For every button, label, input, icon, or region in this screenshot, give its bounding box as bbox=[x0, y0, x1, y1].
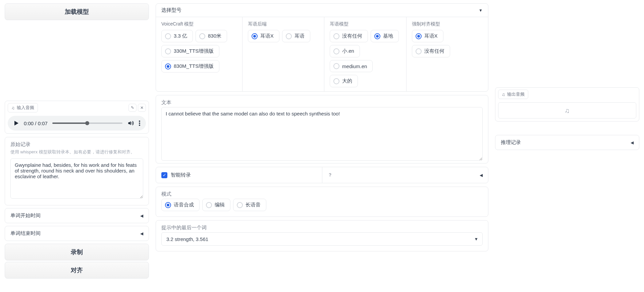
output-audio-label: 输出音频 bbox=[507, 91, 525, 97]
voicecraft-label: VoiceCraft 模型 bbox=[161, 21, 237, 27]
inference-record-row[interactable]: 推理记录 ◀ bbox=[495, 135, 639, 150]
radio-label: 大的 bbox=[342, 78, 352, 84]
radio-option[interactable]: 没有任何 bbox=[330, 30, 368, 42]
whisper-model-col: 耳语模型 没有任何基地小.enmedium.en大的 bbox=[324, 17, 406, 91]
radio-icon bbox=[333, 78, 339, 84]
radio-label: 330M_TTS增强版 bbox=[174, 48, 214, 54]
text-panel: 文本 bbox=[156, 95, 488, 163]
check-icon: ✓ bbox=[161, 172, 167, 178]
help-label: ？ bbox=[328, 172, 332, 178]
input-audio-label: 输入音频 bbox=[17, 105, 34, 111]
caret-left-icon: ◀ bbox=[480, 173, 483, 178]
edit-audio-button[interactable]: ✎ bbox=[128, 104, 137, 112]
load-model-button[interactable]: 加载模型 bbox=[5, 3, 149, 20]
radio-option[interactable]: 330M_TTS增强版 bbox=[161, 45, 219, 57]
radio-icon bbox=[333, 63, 339, 69]
word-start-time-row[interactable]: 单词开始时间 ◀ bbox=[5, 208, 149, 223]
radio-option[interactable]: 3.3 亿 bbox=[161, 30, 193, 42]
caret-left-icon: ◀ bbox=[140, 231, 143, 236]
volume-button[interactable] bbox=[127, 120, 134, 127]
audio-progress[interactable] bbox=[52, 123, 122, 124]
mode-panel: 模式 语音合成编辑长语音 bbox=[156, 187, 488, 217]
last-word-value: 3.2 strength, 3.561 bbox=[166, 236, 208, 242]
radio-option[interactable]: 语音合成 bbox=[161, 199, 200, 211]
radio-option[interactable]: 大的 bbox=[330, 75, 358, 87]
radio-label: 耳语 bbox=[294, 33, 305, 39]
radio-option[interactable]: 耳语X bbox=[412, 30, 443, 42]
radio-icon bbox=[199, 33, 205, 39]
model-select-panel: 选择型号 ▼ VoiceCraft 模型 3.3 亿830米330M_TTS增强… bbox=[156, 3, 488, 92]
radio-option[interactable]: 长语音 bbox=[233, 199, 266, 211]
last-word-label: 提示中的最后一个词 bbox=[161, 225, 483, 231]
output-audio-panel: ♫ 输出音频 ♫ bbox=[495, 87, 639, 121]
model-select-title: 选择型号 bbox=[161, 7, 181, 13]
whisper-backend-col: 耳语后端 耳语X耳语 bbox=[242, 17, 324, 91]
radio-icon bbox=[252, 33, 258, 39]
play-button[interactable] bbox=[13, 120, 19, 126]
radio-icon bbox=[416, 33, 422, 39]
radio-option[interactable]: 没有任何 bbox=[412, 45, 450, 57]
last-word-select[interactable]: 3.2 strength, 3.561 ▾ bbox=[161, 232, 483, 246]
input-audio-chip: ♫ 输入音频 bbox=[8, 103, 38, 112]
radio-option[interactable]: 830M_TTS增强版 bbox=[161, 60, 219, 72]
radio-icon bbox=[286, 33, 292, 39]
input-audio-panel: ♫ 输入音频 ✎ ✕ 0:00 / 0:07 bbox=[5, 101, 149, 134]
radio-label: 编辑 bbox=[215, 202, 225, 208]
radio-label: 3.3 亿 bbox=[174, 33, 187, 39]
radio-icon bbox=[165, 63, 171, 69]
radio-option[interactable]: 耳语 bbox=[282, 30, 310, 42]
radio-option[interactable]: 小.en bbox=[330, 45, 360, 57]
original-record-hint: 使用 whisperx 模型获取转录本。如有必要，请进行修复和对齐。 bbox=[10, 149, 143, 155]
music-icon: ♫ bbox=[11, 105, 15, 110]
radio-option[interactable]: 编辑 bbox=[202, 199, 230, 211]
smart-transcribe-label: 智能转录 bbox=[171, 172, 191, 178]
caret-left-icon: ◀ bbox=[631, 140, 634, 145]
radio-option[interactable]: medium.en bbox=[330, 60, 373, 72]
original-record-textarea[interactable] bbox=[10, 158, 143, 199]
whisper-model-label: 耳语模型 bbox=[330, 21, 400, 27]
clear-audio-button[interactable]: ✕ bbox=[138, 104, 146, 112]
smart-transcribe-checkbox[interactable]: ✓ 智能转录 bbox=[156, 167, 322, 183]
audio-menu-button[interactable] bbox=[139, 120, 141, 126]
radio-icon bbox=[416, 48, 422, 54]
radio-option[interactable]: 基地 bbox=[371, 30, 399, 42]
audio-time: 0:00 / 0:07 bbox=[24, 120, 48, 126]
whisper-backend-label: 耳语后端 bbox=[248, 21, 319, 27]
word-end-time-label: 单词结束时间 bbox=[10, 230, 41, 237]
radio-icon bbox=[165, 48, 171, 54]
word-start-time-label: 单词开始时间 bbox=[10, 212, 41, 219]
align-button[interactable]: 对齐 bbox=[5, 262, 149, 279]
original-record-label: 原始记录 bbox=[10, 141, 143, 148]
mode-label: 模式 bbox=[161, 191, 483, 197]
svg-point-1 bbox=[139, 123, 140, 124]
radio-label: 830M_TTS增强版 bbox=[174, 63, 214, 69]
radio-label: 没有任何 bbox=[424, 48, 444, 54]
text-input[interactable] bbox=[161, 107, 483, 161]
radio-label: 没有任何 bbox=[342, 33, 362, 39]
original-record-panel: 原始记录 使用 whisperx 模型获取转录本。如有必要，请进行修复和对齐。 bbox=[5, 137, 149, 205]
chevron-down-icon: ▾ bbox=[475, 236, 478, 242]
caret-down-icon: ▼ bbox=[479, 8, 483, 13]
radio-icon bbox=[206, 202, 212, 208]
radio-option[interactable]: 830米 bbox=[196, 30, 227, 42]
radio-label: 耳语X bbox=[424, 33, 438, 39]
last-word-panel: 提示中的最后一个词 3.2 strength, 3.561 ▾ bbox=[156, 220, 488, 251]
record-button[interactable]: 录制 bbox=[5, 244, 149, 260]
output-audio-chip: ♫ 输出音频 bbox=[498, 90, 528, 99]
radio-label: 耳语X bbox=[260, 33, 274, 39]
radio-icon bbox=[333, 33, 339, 39]
help-row[interactable]: ？ ◀ bbox=[322, 167, 488, 183]
radio-icon bbox=[333, 48, 339, 54]
svg-point-2 bbox=[139, 125, 140, 126]
radio-option[interactable]: 耳语X bbox=[248, 30, 279, 42]
smart-transcribe-panel: ✓ 智能转录 ？ ◀ bbox=[156, 167, 488, 183]
radio-label: 语音合成 bbox=[174, 202, 194, 208]
model-select-header[interactable]: 选择型号 ▼ bbox=[156, 4, 488, 17]
radio-icon bbox=[165, 202, 171, 208]
output-audio-placeholder: ♫ bbox=[498, 102, 636, 118]
radio-icon bbox=[374, 33, 380, 39]
inference-record-label: 推理记录 bbox=[501, 139, 521, 146]
word-end-time-row[interactable]: 单词结束时间 ◀ bbox=[5, 226, 149, 241]
radio-icon bbox=[237, 202, 243, 208]
caret-left-icon: ◀ bbox=[140, 213, 143, 218]
